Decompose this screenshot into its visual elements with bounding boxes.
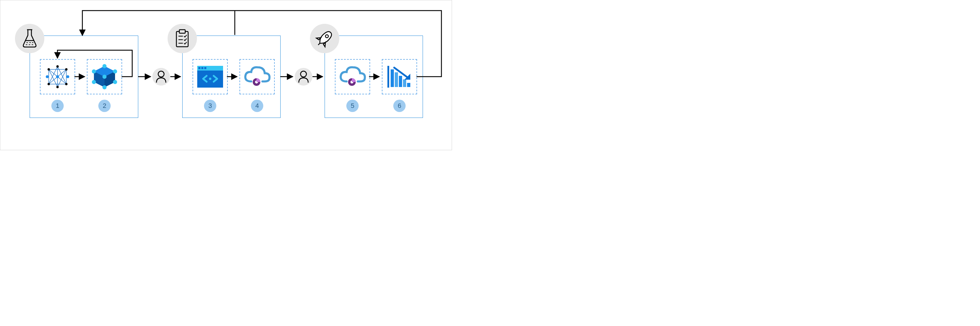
svg-point-18 <box>48 68 50 70</box>
svg-point-21 <box>65 83 67 85</box>
step-box <box>192 59 228 94</box>
svg-point-22 <box>56 86 59 88</box>
svg-point-33 <box>92 80 96 84</box>
step-number-label: 1 <box>56 102 59 110</box>
neural-network-icon <box>44 64 71 90</box>
person-icon <box>155 70 167 83</box>
svg-line-52 <box>318 43 320 45</box>
step-number: 6 <box>393 100 406 112</box>
svg-point-19 <box>65 68 67 70</box>
svg-point-47 <box>209 78 211 80</box>
actor-badge <box>295 68 312 86</box>
svg-rect-46 <box>204 67 206 69</box>
step-number: 2 <box>98 100 111 112</box>
svg-point-35 <box>102 75 107 79</box>
svg-point-23 <box>46 75 49 78</box>
step-number: 1 <box>51 100 64 112</box>
svg-point-24 <box>66 75 69 78</box>
svg-point-32 <box>102 85 107 89</box>
actor-badge <box>152 68 170 86</box>
cloud-insight-icon <box>242 65 272 88</box>
svg-rect-59 <box>403 79 406 87</box>
step-number: 4 <box>251 100 263 112</box>
svg-rect-60 <box>407 83 410 87</box>
svg-rect-45 <box>201 67 204 69</box>
person-icon <box>298 70 309 83</box>
svg-point-25 <box>56 75 59 78</box>
svg-point-30 <box>113 69 117 74</box>
step-number: 3 <box>204 100 216 112</box>
svg-point-17 <box>56 65 59 68</box>
svg-line-15 <box>57 69 66 87</box>
step-box <box>382 59 417 94</box>
cloud-insight-icon <box>338 65 367 88</box>
step-number-label: 3 <box>208 102 212 110</box>
flask-icon <box>21 29 38 48</box>
step-number-label: 6 <box>398 102 401 110</box>
rocket-icon <box>315 29 334 48</box>
step-number-label: 4 <box>255 102 259 110</box>
step-box <box>40 59 75 94</box>
declining-chart-icon <box>385 64 414 90</box>
svg-line-13 <box>57 66 66 84</box>
stage-badge <box>15 24 44 53</box>
step-number: 5 <box>346 100 359 112</box>
svg-point-34 <box>92 69 96 74</box>
svg-rect-43 <box>197 66 223 70</box>
svg-point-29 <box>102 64 107 68</box>
architecture-diagram: 1 2 <box>0 0 452 150</box>
code-window-icon <box>197 65 224 88</box>
svg-rect-58 <box>399 76 402 87</box>
svg-rect-44 <box>199 67 200 69</box>
step-box <box>87 59 122 94</box>
svg-line-12 <box>49 66 57 84</box>
step-box <box>240 59 275 94</box>
stage-badge <box>310 24 339 53</box>
svg-rect-57 <box>395 72 398 87</box>
svg-point-20 <box>48 83 50 85</box>
step-box <box>335 59 370 94</box>
step-number-label: 2 <box>103 102 106 110</box>
stage-badge <box>168 24 197 53</box>
step-number-label: 5 <box>351 102 354 110</box>
cube-icon <box>91 62 119 91</box>
svg-rect-38 <box>179 30 185 33</box>
svg-line-14 <box>49 69 57 87</box>
svg-rect-56 <box>391 69 394 87</box>
svg-point-36 <box>158 71 164 77</box>
svg-point-31 <box>113 80 117 84</box>
clipboard-icon <box>174 29 191 48</box>
svg-point-50 <box>301 71 306 77</box>
